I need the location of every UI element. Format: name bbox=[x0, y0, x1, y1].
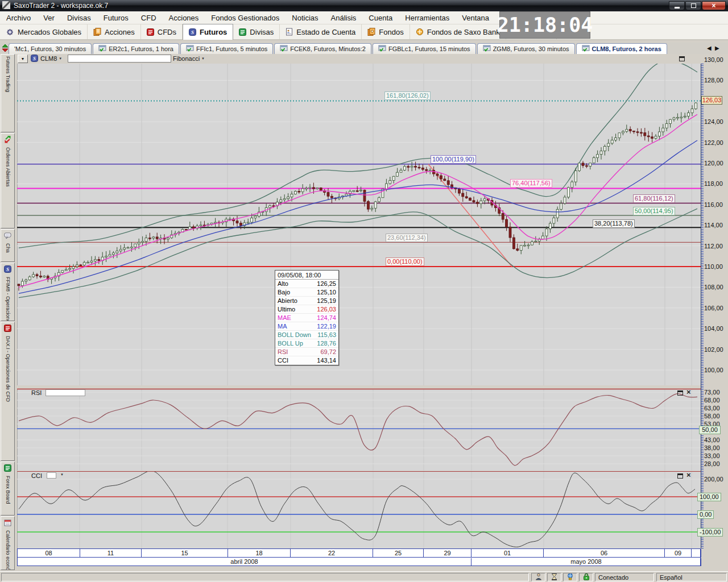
tab-fgblc1-futuros-15-minutos[interactable]: FGBLc1, Futuros, 15 minutos bbox=[373, 43, 476, 54]
tab-mc1-futuros-30-minutos[interactable]: 'Mc1, Futuros, 30 minutos bbox=[9, 43, 92, 54]
sidebar-item-cha[interactable]: Cha bbox=[1, 229, 15, 262]
price-axis-label: 106,00 bbox=[704, 305, 723, 311]
toolbar-button-fondos[interactable]: Fondos bbox=[362, 24, 410, 39]
toolbar-button-estado-de-cuenta[interactable]: Estado de Cuenta bbox=[280, 24, 362, 39]
menu-item-ver[interactable]: Ver bbox=[37, 11, 61, 24]
price-axis-label: 124,00 bbox=[704, 118, 723, 125]
menu-item-analisis[interactable]: Análisis bbox=[325, 11, 363, 24]
rsi-close-button[interactable]: × bbox=[686, 389, 691, 395]
tab-ffic1-futuros-5-minutos[interactable]: FFIc1, Futuros, 5 minutos bbox=[180, 43, 273, 54]
toolbar-button-divisas[interactable]: Divisas bbox=[233, 24, 280, 39]
close-button[interactable]: × bbox=[702, 1, 726, 10]
tab-scroll-right[interactable]: ▶ bbox=[715, 45, 719, 51]
x-axis-day-22: 22 bbox=[291, 549, 373, 558]
rsi-axis-label: 73,00 bbox=[704, 389, 720, 396]
tab-label: 'Mc1, Futuros, 30 minutos bbox=[14, 45, 86, 52]
drawing-tool-selector[interactable]: Fibonacci▼ bbox=[173, 55, 205, 62]
main-chart-maximize-button[interactable] bbox=[679, 56, 685, 63]
tab-label: ER2c1, Futuros, 1 hora bbox=[109, 45, 173, 52]
monitor-icon bbox=[582, 45, 590, 53]
tooltip-label: Abierto bbox=[278, 297, 297, 304]
price-axis-label: 110,00 bbox=[704, 263, 723, 270]
svg-text:S: S bbox=[191, 30, 194, 35]
rsi-label: RSI bbox=[31, 389, 42, 396]
tab-er2c1-futuros-1-hora[interactable]: ER2c1, Futuros, 1 hora bbox=[93, 43, 179, 54]
monitor-icon bbox=[98, 45, 106, 53]
clock: 21:18:04 bbox=[499, 11, 590, 39]
symbol-selector[interactable]: CLM8▼ bbox=[40, 55, 62, 62]
sidebar-item-label: Futures Trading bbox=[5, 56, 11, 92]
menu-item-noticias[interactable]: Noticias bbox=[286, 11, 324, 24]
menu-item-ventana[interactable]: Ventana bbox=[456, 11, 495, 24]
x-axis-day-18: 18 bbox=[228, 549, 291, 558]
sidebar-item-forex-board[interactable]: Forex Board bbox=[1, 462, 15, 516]
tooltip-value: 126,03 bbox=[317, 306, 336, 313]
chart-menu-dropdown[interactable]: ▼ bbox=[18, 55, 28, 63]
restore-button[interactable] bbox=[685, 1, 701, 10]
tab-fcek8-futuros-minutos-2[interactable]: FCEK8, Futuros, Minutos:2 bbox=[274, 43, 371, 54]
menu-item-cuenta[interactable]: Cuenta bbox=[362, 11, 399, 24]
sidebar-item-futures-trading[interactable]: Futures Trading bbox=[1, 54, 15, 132]
sidebar: Futures TradingÓrdenes AbiertasChaSFFIM8… bbox=[0, 54, 15, 571]
status-cell-network-icon bbox=[563, 573, 577, 581]
tooltip-row-bajo: Bajo125,10 bbox=[275, 288, 338, 297]
toolbar-button-futuros[interactable]: SFuturos bbox=[183, 24, 233, 40]
toolbar-button-mercados-globales[interactable]: Mercados Globales bbox=[0, 24, 88, 39]
sidebar-item-dax-i-operaciones-de-cfd[interactable]: DAX.I - Operaciones de CFD bbox=[1, 322, 15, 461]
sidebar-item-ordenes-abiertas[interactable]: Órdenes Abiertas bbox=[1, 133, 15, 228]
cci-label: CCI bbox=[31, 472, 42, 479]
tooltip-row-mae: MAE124,74 bbox=[275, 314, 338, 322]
menu-item-divisas[interactable]: Divisas bbox=[61, 11, 97, 24]
sidebar-item-label: Órdenes Abiertas bbox=[5, 147, 11, 187]
toolbar-button-acciones[interactable]: Acciones bbox=[88, 24, 141, 39]
tab-zgm8-futuros-30-minutos[interactable]: ZGM8, Futuros, 30 minutos bbox=[477, 43, 575, 54]
tooltip-row-rsi: RSI69,72 bbox=[275, 348, 338, 356]
futures-trading-icon bbox=[2, 44, 9, 52]
tooltip-row-ma: MA122,19 bbox=[275, 322, 338, 331]
rsi-maximize-button[interactable] bbox=[677, 390, 683, 397]
monitor-icon bbox=[483, 45, 491, 53]
toolbar-button-label: Acciones bbox=[105, 28, 135, 36]
cci-header: CCI ▼ × bbox=[15, 472, 701, 480]
sidebar-item-label: FFIM8 - Operaciones de futuros bbox=[5, 277, 11, 321]
rsi-plot[interactable] bbox=[17, 389, 701, 471]
cci-maximize-button[interactable] bbox=[677, 473, 683, 480]
rsi-header: RSI × bbox=[15, 389, 701, 397]
tooltip-row-boll-up: BOLL Up128,76 bbox=[275, 339, 338, 348]
menu-item-archivo[interactable]: Archivo bbox=[0, 11, 37, 24]
sidebar-item-ffim8-operaciones-de-futuros[interactable]: SFFIM8 - Operaciones de futuros bbox=[1, 263, 15, 321]
minimize-button[interactable] bbox=[669, 1, 685, 10]
funds-icon bbox=[367, 28, 375, 36]
language-label: Español bbox=[660, 574, 682, 581]
menu-item-acciones[interactable]: Acciones bbox=[163, 11, 205, 24]
x-axis-day-15: 15 bbox=[142, 549, 228, 558]
cci-close-button[interactable]: × bbox=[686, 472, 691, 478]
tab-bar: 'Mc1, Futuros, 30 minutosER2c1, Futuros,… bbox=[0, 43, 728, 54]
rsi-axis-label: 28,00 bbox=[704, 460, 720, 467]
status-filler bbox=[1, 573, 529, 581]
chart-search-input[interactable] bbox=[68, 55, 171, 63]
chevron-down-icon: ▼ bbox=[60, 473, 64, 476]
cci-input[interactable] bbox=[47, 472, 56, 479]
connection-status-label: Conectado bbox=[598, 574, 628, 581]
account-icon bbox=[286, 28, 293, 36]
menu-item-herramientas[interactable]: Herramientas bbox=[399, 11, 456, 24]
menu-item-cfd[interactable]: CFD bbox=[135, 11, 163, 24]
saxo-funds-icon bbox=[416, 28, 424, 36]
tooltip-row-abierto: Abierto125,19 bbox=[275, 297, 338, 305]
rsi-axis-label: 33,00 bbox=[704, 452, 720, 459]
rsi-50-badge: 50,00 bbox=[699, 426, 721, 434]
monitor-icon bbox=[186, 45, 194, 53]
tab-scroll-left[interactable]: ◀ bbox=[707, 45, 712, 51]
toolbar-button-fondos-de-saxo-bank[interactable]: Fondos de Saxo Bank bbox=[410, 24, 506, 39]
app-icon bbox=[2, 1, 10, 11]
cci-plot[interactable] bbox=[17, 472, 701, 548]
tooltip-value: 143,14 bbox=[317, 357, 336, 364]
network-icon bbox=[566, 573, 574, 581]
menu-item-futuros[interactable]: Futuros bbox=[97, 11, 135, 24]
rsi-input[interactable] bbox=[46, 389, 85, 396]
sidebar-item-calendario-economico[interactable]: Calendario económico bbox=[1, 516, 15, 570]
tab-clm8-futuros-2-horas[interactable]: CLM8, Futuros, 2 horas bbox=[576, 43, 667, 54]
toolbar-button-cfds[interactable]: CFDs bbox=[141, 24, 183, 39]
menu-item-fondos-gestionados[interactable]: Fondos Gestionados bbox=[205, 11, 286, 24]
